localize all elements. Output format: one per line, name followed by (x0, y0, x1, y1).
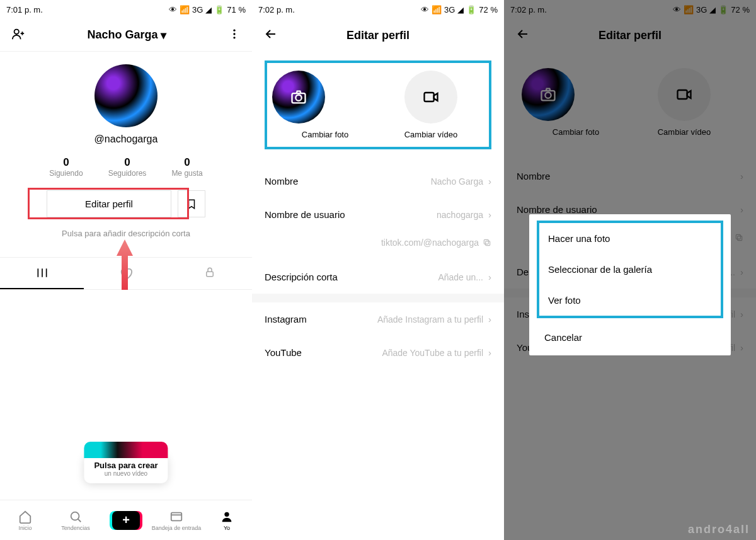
svg-point-5 (71, 512, 79, 520)
likes-count: 0 (171, 156, 202, 169)
chevron-right-icon: › (488, 176, 491, 187)
svg-rect-11 (486, 241, 490, 246)
more-icon[interactable] (228, 28, 241, 43)
divider (252, 294, 504, 302)
svg-rect-4 (207, 272, 214, 277)
youtube-value: Añade YouTube a tu perfil (382, 348, 483, 358)
stat-following[interactable]: 0 Siguiendo (49, 156, 83, 178)
eye-icon: 👁 (421, 5, 429, 14)
nav-inbox[interactable]: Bandeja de entrada (151, 500, 202, 540)
instagram-label: Instagram (265, 314, 377, 325)
youtube-label: YouTube (265, 347, 382, 358)
screen-photo-dialog: 7:02 p. m. 👁 📶 3G ◢ 🔋 72 % Editar perfil… (504, 0, 756, 540)
tab-grid[interactable] (0, 258, 84, 289)
bio-label: Descripción corta (265, 272, 438, 282)
eye-icon: 👁 (169, 5, 177, 14)
nav-home[interactable]: Inicio (0, 500, 50, 540)
link-text: tiktok.com/@nachogarga (381, 238, 479, 248)
wifi-icon: 📶 (432, 5, 442, 14)
profile-header: Nacho Garga ▾ (0, 19, 252, 52)
wifi-icon: 📶 (180, 5, 190, 14)
change-photo-button[interactable]: Cambiar foto (272, 71, 378, 139)
back-icon[interactable] (263, 26, 278, 44)
copy-icon (483, 238, 491, 247)
nav-trends-label: Tendencias (61, 525, 90, 531)
avatar[interactable] (94, 64, 158, 127)
bottom-nav: Inicio Tendencias + Bandeja de entrada Y… (0, 500, 252, 540)
stat-likes[interactable]: 0 Me gusta (171, 156, 202, 178)
nav-me[interactable]: Yo (202, 500, 252, 540)
create-tooltip[interactable]: Pulsa para crear un nuevo vídeo (84, 454, 168, 483)
edit-row: Editar perfil (0, 190, 252, 217)
add-friend-icon[interactable] (11, 27, 25, 43)
plus-icon: + (112, 511, 140, 530)
followers-count: 0 (108, 156, 147, 169)
bookmark-button[interactable] (178, 190, 205, 217)
nav-me-label: Yo (224, 525, 230, 531)
stats-row: 0 Siguiendo 0 Seguidores 0 Me gusta (0, 156, 252, 178)
status-bar: 7:02 p. m. 👁 📶 3G ◢ 🔋 72 % (252, 0, 504, 19)
name-label: Nombre (265, 176, 431, 187)
status-time: 7:01 p. m. (6, 5, 43, 14)
stat-followers[interactable]: 0 Seguidores (108, 156, 147, 178)
username-value: nachogarga (437, 210, 483, 220)
svg-point-3 (233, 37, 235, 38)
field-username[interactable]: Nombre de usuario nachogarga › (252, 198, 504, 231)
option-view-photo[interactable]: Ver foto (539, 285, 721, 316)
profile-link[interactable]: tiktok.com/@nachogarga (252, 231, 504, 260)
video-icon (404, 71, 457, 124)
chevron-right-icon: › (488, 347, 491, 358)
svg-point-7 (224, 512, 229, 516)
edit-title: Editar perfil (278, 29, 478, 42)
chevron-right-icon: › (488, 272, 491, 282)
status-time: 7:02 p. m. (258, 5, 295, 14)
profile-name-dropdown[interactable]: Nacho Garga ▾ (87, 28, 166, 42)
screen-edit-profile: 7:02 p. m. 👁 📶 3G ◢ 🔋 72 % Editar perfil… (252, 0, 504, 540)
tab-private[interactable] (168, 258, 252, 289)
change-media-row: Cambiar foto Cambiar vídeo (265, 60, 491, 149)
change-photo-label: Cambiar foto (272, 130, 378, 139)
field-instagram[interactable]: Instagram Añade Instagram a tu perfil › (252, 302, 504, 336)
field-youtube[interactable]: YouTube Añade YouTube a tu perfil › (252, 336, 504, 369)
followers-label: Seguidores (108, 169, 147, 178)
bio-hint[interactable]: Pulsa para añadir descripción corta (0, 229, 252, 238)
chevron-right-icon: › (488, 314, 491, 325)
username-handle: @nachogarga (0, 134, 252, 145)
chevron-down-icon: ▾ (161, 28, 166, 42)
network-label: 3G (192, 5, 203, 14)
edit-profile-button[interactable]: Editar perfil (47, 190, 171, 217)
tab-liked[interactable] (84, 258, 168, 289)
nav-create[interactable]: + (101, 500, 151, 540)
change-video-button[interactable]: Cambiar vídeo (378, 71, 484, 139)
svg-rect-12 (484, 239, 488, 244)
option-gallery[interactable]: Seleccionar de la galería (539, 254, 721, 285)
highlight-box: Hacer una foto Seleccionar de la galería… (537, 221, 723, 318)
tip-title: Pulsa para crear (94, 461, 158, 470)
battery-label: 72 % (479, 5, 498, 14)
svg-rect-10 (425, 93, 434, 101)
content-tabs (0, 257, 252, 290)
status-right: 👁 📶 3G ◢ 🔋 71 % (169, 5, 246, 14)
option-cancel[interactable]: Cancelar (529, 322, 731, 353)
svg-point-2 (233, 33, 235, 35)
profile-name-label: Nacho Garga (87, 28, 158, 42)
option-take-photo[interactable]: Hacer una foto (539, 223, 721, 254)
svg-point-0 (14, 29, 19, 33)
signal-icon: ◢ (205, 5, 212, 14)
nav-inbox-label: Bandeja de entrada (152, 525, 202, 531)
avatar-icon (272, 71, 325, 124)
field-name[interactable]: Nombre Nacho Garga › (252, 164, 504, 198)
battery-label: 71 % (227, 5, 246, 14)
edit-header: Editar perfil (252, 19, 504, 52)
svg-point-1 (233, 29, 235, 31)
status-bar: 7:01 p. m. 👁 📶 3G ◢ 🔋 71 % (0, 0, 252, 19)
following-label: Siguiendo (49, 169, 83, 178)
nav-trends[interactable]: Tendencias (50, 500, 101, 540)
svg-point-9 (295, 95, 301, 101)
instagram-value: Añade Instagram a tu perfil (377, 314, 483, 325)
field-bio[interactable]: Descripción corta Añade un... › (252, 260, 504, 294)
username-label: Nombre de usuario (265, 209, 437, 220)
following-count: 0 (49, 156, 83, 169)
signal-icon: ◢ (457, 5, 464, 14)
watermark: andro4all (688, 523, 750, 536)
